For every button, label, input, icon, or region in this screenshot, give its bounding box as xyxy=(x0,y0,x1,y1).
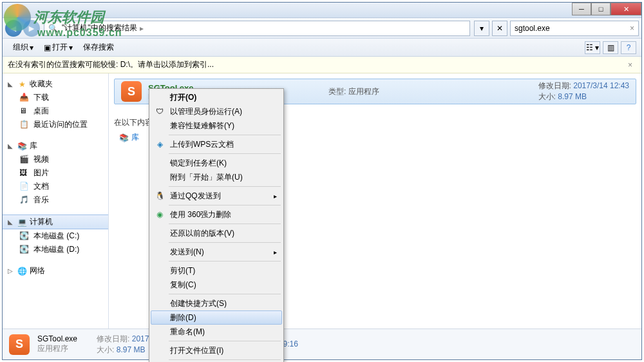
organize-menu[interactable]: 组织 ▾ xyxy=(8,41,39,54)
sidebar-item-drive-d[interactable]: 💽本地磁盘 (D:) xyxy=(3,243,108,256)
titlebar[interactable]: ─ □ ✕ xyxy=(3,3,641,18)
music-icon: 🎵 xyxy=(19,195,30,205)
info-bar[interactable]: 在没有索引的位置搜索可能较慢: D:\。请单击以添加到索引... × xyxy=(3,57,641,73)
ctx-cut[interactable]: 剪切(T) xyxy=(151,263,282,278)
sidebar-item-pictures[interactable]: 🖼图片 xyxy=(3,166,108,180)
explorer-window: ─ □ ✕ ◄ ► 🔍 "计算机"中的搜索结果 ▸ ▾ ✕ × 组织 ▾ ▣ 打… xyxy=(2,2,642,360)
view-options-button[interactable]: ☷ ▾ xyxy=(585,41,600,54)
360-icon: ◉ xyxy=(155,209,165,220)
recent-icon: 📋 xyxy=(19,120,30,130)
sidebar-item-downloads[interactable]: 📥下载 xyxy=(3,91,108,104)
dropdown-button[interactable]: ▾ xyxy=(474,21,489,36)
star-icon: ★ xyxy=(17,79,27,90)
desktop-icon: 🖥 xyxy=(19,106,30,117)
video-icon: 🎬 xyxy=(19,155,30,165)
ctx-pin-taskbar[interactable]: 锁定到任务栏(K) xyxy=(151,156,282,170)
breadcrumb[interactable]: 🔍 "计算机"中的搜索结果 ▸ xyxy=(44,21,470,36)
sidebar-network-header[interactable]: ▷🌐网络 xyxy=(3,264,108,278)
ctx-open[interactable]: 打开(O) xyxy=(151,90,282,104)
library-icon: 📚 xyxy=(119,133,129,142)
ctx-wps-upload[interactable]: ◈上传到WPS云文档 xyxy=(151,137,282,151)
info-text: 在没有索引的位置搜索可能较慢: D:\。请单击以添加到索引... xyxy=(8,59,214,70)
status-file-type: 应用程序 xyxy=(37,343,77,354)
back-button[interactable]: ◄ xyxy=(5,20,22,37)
ctx-send-to[interactable]: 发送到(N)▸ xyxy=(151,245,282,259)
ctx-rename[interactable]: 重命名(M) xyxy=(151,325,282,339)
drive-icon: 💽 xyxy=(19,245,30,255)
application-icon: ▣ xyxy=(44,43,51,52)
ctx-360-delete[interactable]: ◉使用 360强力删除 xyxy=(151,207,282,222)
computer-icon: 💻 xyxy=(17,217,27,227)
status-file-name: SGTool.exe xyxy=(37,334,77,343)
sidebar-item-music[interactable]: 🎵音乐 xyxy=(3,193,108,207)
ctx-open-file-location[interactable]: 打开文件位置(I) xyxy=(151,343,282,357)
wps-icon: ◈ xyxy=(155,139,165,149)
shield-icon: 🛡 xyxy=(155,106,165,117)
sidebar-item-videos[interactable]: 🎬视频 xyxy=(3,153,108,166)
sidebar-computer-header[interactable]: ◣💻计算机 xyxy=(3,214,108,229)
nav-bar: ◄ ► 🔍 "计算机"中的搜索结果 ▸ ▾ ✕ × xyxy=(3,18,641,39)
sidebar-libraries-header[interactable]: ◣📚库 xyxy=(3,139,108,153)
document-icon: 📄 xyxy=(19,182,30,192)
submenu-arrow-icon: ▸ xyxy=(274,193,277,200)
ctx-delete[interactable]: 删除(D) xyxy=(151,310,282,325)
chevron-down-icon: ▾ xyxy=(69,43,73,52)
chevron-icon: ◣ xyxy=(8,142,14,149)
chevron-icon: ▷ xyxy=(8,267,14,274)
chevron-right-icon: ▸ xyxy=(140,24,144,33)
search-box[interactable]: × xyxy=(510,21,639,36)
picture-icon: 🖼 xyxy=(19,168,30,178)
save-search-button[interactable]: 保存搜索 xyxy=(78,41,119,54)
close-button[interactable]: ✕ xyxy=(611,3,641,15)
ctx-run-as-admin[interactable]: 🛡以管理员身份运行(A) xyxy=(151,104,282,119)
toolbar: 组织 ▾ ▣ 打开 ▾ 保存搜索 ☷ ▾ ▥ ? xyxy=(3,39,641,57)
chevron-icon: ◣ xyxy=(8,218,14,225)
maximize-button[interactable]: □ xyxy=(591,3,611,15)
context-menu: 打开(O) 🛡以管理员身份运行(A) 兼容性疑难解答(Y) ◈上传到WPS云文档… xyxy=(149,88,284,362)
minimize-button[interactable]: ─ xyxy=(572,3,591,15)
ctx-restore-versions[interactable]: 还原以前的版本(V) xyxy=(151,226,282,240)
chevron-down-icon: ▾ xyxy=(30,43,33,52)
library-icon: 📚 xyxy=(17,141,27,151)
sidebar-favorites-header[interactable]: ◣★收藏夹 xyxy=(3,77,108,91)
qq-icon: 🐧 xyxy=(155,191,165,201)
breadcrumb-text: "计算机"中的搜索结果 xyxy=(62,23,137,33)
submenu-arrow-icon: ▸ xyxy=(274,249,277,256)
network-icon: 🌐 xyxy=(17,266,27,276)
ctx-qq-send[interactable]: 🐧通过QQ发送到▸ xyxy=(151,189,282,203)
app-icon: S xyxy=(121,81,142,102)
clear-search-button[interactable]: ✕ xyxy=(492,21,507,36)
forward-button[interactable]: ► xyxy=(23,20,40,37)
search-input[interactable] xyxy=(515,24,627,33)
status-bar: S SGTool.exe 应用程序 修改日期: 2017/3/14 12:43 … xyxy=(3,329,641,359)
info-close-icon[interactable]: × xyxy=(624,61,636,70)
sidebar-item-drive-c[interactable]: 💽本地磁盘 (C:) xyxy=(3,229,108,243)
ctx-pin-start[interactable]: 附到「开始」菜单(U) xyxy=(151,170,282,184)
refine-libraries[interactable]: 📚库 xyxy=(119,132,139,143)
sidebar: ◣★收藏夹 📥下载 🖥桌面 📋最近访问的位置 ◣📚库 🎬视频 🖼图片 📄文档 🎵… xyxy=(3,73,109,345)
download-icon: 📥 xyxy=(19,93,30,103)
sidebar-item-documents[interactable]: 📄文档 xyxy=(3,180,108,193)
open-button[interactable]: ▣ 打开 ▾ xyxy=(39,41,78,54)
help-button[interactable]: ? xyxy=(621,41,636,54)
ctx-compat-troubleshoot[interactable]: 兼容性疑难解答(Y) xyxy=(151,119,282,133)
search-clear-icon[interactable]: × xyxy=(630,24,634,33)
search-icon: 🔍 xyxy=(48,24,58,33)
sidebar-item-desktop[interactable]: 🖥桌面 xyxy=(3,104,108,118)
preview-pane-button[interactable]: ▥ xyxy=(603,41,618,54)
app-icon: S xyxy=(9,334,30,355)
chevron-icon: ◣ xyxy=(8,81,14,88)
ctx-copy[interactable]: 复制(C) xyxy=(151,278,282,292)
ctx-create-shortcut[interactable]: 创建快捷方式(S) xyxy=(151,296,282,310)
sidebar-item-recent[interactable]: 📋最近访问的位置 xyxy=(3,118,108,131)
drive-icon: 💽 xyxy=(19,231,30,242)
